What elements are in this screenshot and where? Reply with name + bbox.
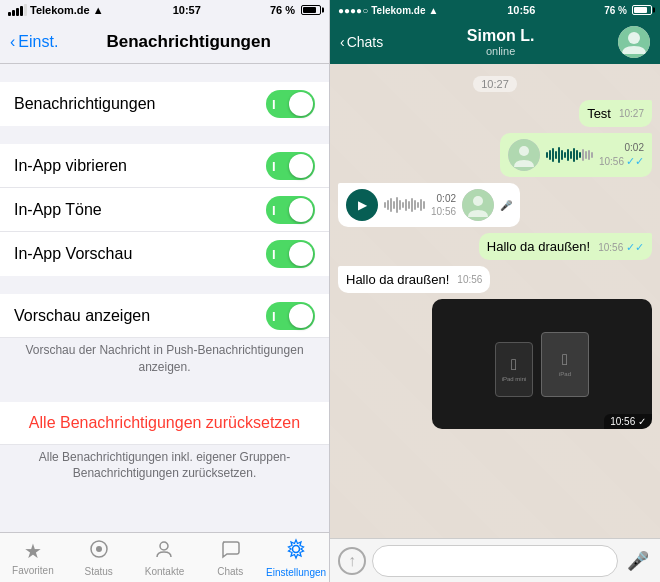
- row-vorschau-anzeigen[interactable]: Vorschau anzeigen I: [0, 294, 329, 338]
- bubble-sent-hallo-time: 10:56 ✓✓: [598, 241, 644, 254]
- toggle-knob-3: [289, 198, 313, 222]
- bubble-sent-hallo: Hallo da draußen! 10:56 ✓✓: [479, 233, 652, 260]
- tab-label-chats: Chats: [217, 566, 243, 577]
- left-status-bar: Telekom.de ▲ 10:57 76 %: [0, 0, 329, 20]
- devices-image:  iPad mini  iPad: [495, 332, 589, 397]
- contacts-icon: [154, 539, 174, 564]
- back-chats-label: Chats: [347, 34, 384, 50]
- svg-point-3: [293, 545, 300, 552]
- section-gap-2: [0, 126, 329, 144]
- right-battery-area: 76 %: [604, 5, 652, 16]
- star-icon: ★: [24, 539, 42, 563]
- add-attachment-button[interactable]: ↑: [338, 547, 366, 575]
- tab-label-status: Status: [85, 566, 113, 577]
- image-bubble-sent:  iPad mini  iPad 10:56 ✓: [432, 299, 652, 429]
- section-reset: Alle Benachrichtigungen zurücksetzen All…: [0, 384, 329, 491]
- reset-button[interactable]: Alle Benachrichtigungen zurücksetzen: [0, 402, 329, 445]
- row-inapp-vorschau[interactable]: In-App Vorschau I: [0, 232, 329, 276]
- tab-bar: ★ Favoriten Status Kontakte Chats Eins: [0, 532, 329, 582]
- section-inapp: In-App vibrieren I In-App Töne I In-App …: [0, 126, 329, 276]
- right-battery-icon: [632, 5, 652, 15]
- preview-description: Vorschau der Nachricht in Push-Benachric…: [0, 338, 329, 384]
- toggle-vorschau-anzeigen[interactable]: I: [266, 302, 315, 330]
- label-vorschau-anzeigen: Vorschau anzeigen: [14, 307, 150, 325]
- toggle-inapp-vibrieren[interactable]: I: [266, 152, 315, 180]
- audio-bubble-sent: 0:02 10:56 ✓✓: [500, 133, 652, 177]
- msg-sent-hallo: Hallo da draußen! 10:56 ✓✓: [338, 233, 652, 260]
- wifi-right-icon: ▲: [428, 5, 438, 16]
- play-button[interactable]: ▶: [346, 189, 378, 221]
- sent-audio-ticks: ✓✓: [626, 155, 644, 168]
- bubble-received-hallo: Hallo da draußen! 10:56: [338, 266, 490, 293]
- section-notifications: Benachrichtigungen I: [0, 64, 329, 126]
- msg-test: Test 10:27: [338, 100, 652, 127]
- mic-button[interactable]: 🎤: [624, 547, 652, 575]
- back-label: Einst.: [18, 33, 58, 51]
- svg-point-7: [519, 146, 529, 156]
- audio-bubble-received: ▶ 0:02: [338, 183, 520, 227]
- toggle-inapp-vorschau[interactable]: I: [266, 240, 315, 268]
- sent-avatar-img: [508, 139, 540, 171]
- tab-favoriten[interactable]: ★ Favoriten: [0, 539, 66, 576]
- toggle-benachrichtigungen[interactable]: I: [266, 90, 315, 118]
- bubble-test-text: Test: [587, 106, 611, 121]
- tab-einstellungen[interactable]: Einstellungen: [263, 538, 329, 578]
- label-benachrichtigungen: Benachrichtigungen: [14, 95, 155, 113]
- mic-small-icon: 🎤: [500, 200, 512, 211]
- left-battery-area: 76 %: [270, 4, 321, 16]
- bubble-test: Test 10:27: [579, 100, 652, 127]
- tab-label-kontakte: Kontakte: [145, 566, 184, 577]
- contact-name: Simon L.: [467, 27, 535, 45]
- tab-chats[interactable]: Chats: [197, 539, 263, 577]
- received-audio-duration: 0:02: [437, 193, 456, 204]
- apple-logo-1: : [511, 356, 517, 374]
- toggle-inapp-toene[interactable]: I: [266, 196, 315, 224]
- row-inapp-vibrieren[interactable]: In-App vibrieren I: [0, 144, 329, 188]
- tab-kontakte[interactable]: Kontakte: [132, 539, 198, 577]
- right-back-button[interactable]: ‹ Chats: [340, 34, 383, 50]
- input-bar: ↑ 🎤: [330, 538, 660, 582]
- svg-point-1: [96, 546, 102, 552]
- section-gap-1: [0, 64, 329, 82]
- row-inapp-toene[interactable]: In-App Töne I: [0, 188, 329, 232]
- battery-icon: [301, 5, 321, 15]
- carrier-name: Telekom.de: [30, 4, 90, 16]
- right-time: 10:56: [507, 4, 535, 16]
- received-waveform: [384, 193, 425, 217]
- ipad-device:  iPad: [541, 332, 589, 397]
- tab-status[interactable]: Status: [66, 539, 132, 577]
- reset-description: Alle Benachrichtigungen inkl. eigener Gr…: [0, 445, 329, 491]
- received-avatar-img: [462, 189, 494, 221]
- chevron-left-icon: ‹: [10, 33, 15, 51]
- received-audio-avatar: [462, 189, 494, 221]
- row-benachrichtigungen[interactable]: Benachrichtigungen I: [0, 82, 329, 126]
- left-nav-bar: ‹ Einst. Benachrichtigungen: [0, 20, 329, 64]
- left-back-button[interactable]: ‹ Einst.: [10, 33, 58, 51]
- toggle-knob: [289, 92, 313, 116]
- signal-icon: [8, 4, 27, 16]
- bubble-test-time: 10:27: [619, 108, 644, 119]
- ipad-mini-device:  iPad mini: [495, 342, 533, 397]
- section-vorschau: Vorschau anzeigen I Vorschau der Nachric…: [0, 276, 329, 384]
- right-nav-bar: ‹ Chats Simon L. online: [330, 20, 660, 64]
- status-icon: [89, 539, 109, 564]
- toggle-knob-5: [289, 304, 313, 328]
- right-status-bar: ●●●●○ ●●●●○ Telekom.de Telekom.de ▲ 10:5…: [330, 0, 660, 20]
- right-nav-info: Simon L. online: [389, 27, 612, 57]
- left-nav-title: Benachrichtigungen: [58, 32, 319, 52]
- chat-area: 10:27 Test 10:27: [330, 64, 660, 538]
- sent-audio-time: 10:56: [599, 156, 624, 167]
- left-time: 10:57: [173, 4, 201, 16]
- left-panel: Telekom.de ▲ 10:57 76 % ‹ Einst. Benachr…: [0, 0, 330, 582]
- contact-avatar[interactable]: [618, 26, 650, 58]
- wifi-icon: ▲: [93, 4, 104, 16]
- msg-sent-image:  iPad mini  iPad 10:56 ✓: [338, 299, 652, 429]
- settings-list: Benachrichtigungen I In-App vibrieren I …: [0, 64, 329, 532]
- toggle-knob-4: [289, 242, 313, 266]
- chat-input[interactable]: [372, 545, 618, 577]
- sent-audio-avatar: [508, 139, 540, 171]
- tab-label-favoriten: Favoriten: [12, 565, 54, 576]
- signal-dots-right: ●●●●○: [338, 5, 368, 16]
- msg-received-hallo: Hallo da draußen! 10:56: [338, 266, 652, 293]
- left-carrier: Telekom.de ▲: [8, 4, 104, 16]
